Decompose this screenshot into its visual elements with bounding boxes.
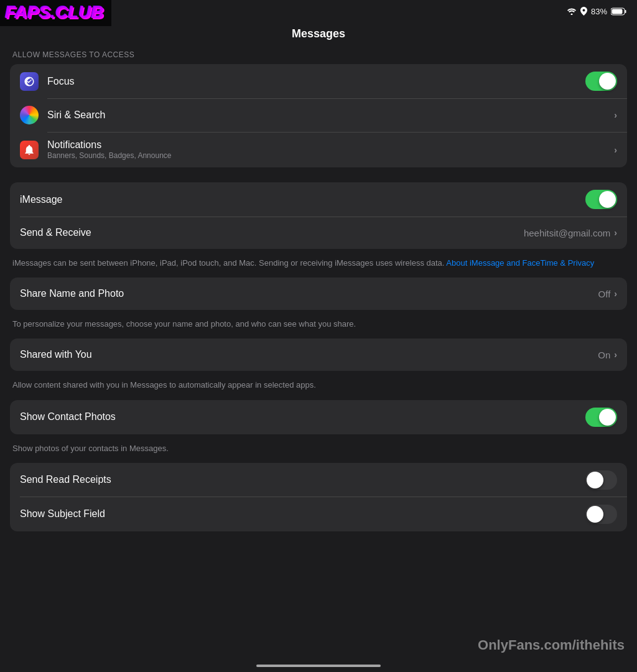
main-content: ALLOW MESSAGES TO ACCESS Focus [0, 50, 637, 531]
watermark-top: FAPS.CLUB [0, 0, 111, 26]
contact-photos-toggle[interactable] [585, 408, 617, 427]
contact-photos-title: Show Contact Photos [20, 411, 585, 422]
share-name-value: Off [598, 289, 611, 299]
shared-with-you-group: Shared with You On › [10, 338, 627, 371]
watermark-top-text: FAPS.CLUB [5, 2, 104, 22]
send-receive-right: heehitsit@gmail.com › [524, 228, 617, 238]
page-title: Messages [0, 22, 637, 50]
wifi-icon [567, 7, 577, 15]
siri-chevron: › [614, 110, 617, 120]
siri-title: Siri & Search [47, 110, 614, 121]
read-receipts-row[interactable]: Send Read Receipts [10, 463, 627, 497]
subject-field-toggle[interactable] [585, 505, 617, 524]
contact-photos-toggle-knob [599, 409, 616, 426]
status-icons: 83% [567, 7, 627, 16]
svg-rect-2 [612, 9, 623, 14]
share-name-chevron: › [614, 289, 617, 299]
notifications-right: › [614, 145, 617, 155]
read-receipts-toggle[interactable] [585, 470, 617, 490]
focus-toggle[interactable] [585, 72, 617, 91]
subject-field-text: Show Subject Field [20, 508, 585, 520]
shared-with-you-title: Shared with You [20, 349, 598, 360]
share-name-text: Share Name and Photo [20, 288, 598, 299]
bottom-group: Send Read Receipts Show Subject Field [10, 463, 627, 531]
imessage-description: iMessages can be sent between iPhone, iP… [10, 254, 627, 278]
contact-photos-description: Show photos of your contacts in Messages… [10, 439, 627, 463]
share-name-right: Off › [598, 289, 617, 299]
focus-icon [20, 72, 39, 91]
shared-with-you-row[interactable]: Shared with You On › [10, 338, 627, 371]
send-receive-text: Send & Receive [20, 227, 524, 238]
notifications-text: Notifications Banners, Sounds, Badges, A… [47, 139, 614, 160]
notifications-row[interactable]: Notifications Banners, Sounds, Badges, A… [10, 132, 627, 167]
watermark-bottom-text: OnlyFans.com/ithehits [478, 637, 625, 653]
subject-field-title: Show Subject Field [20, 508, 585, 520]
contact-photos-row[interactable]: Show Contact Photos [10, 400, 627, 434]
share-name-title: Share Name and Photo [20, 288, 598, 299]
contact-photos-group: Show Contact Photos [10, 400, 627, 434]
siri-icon [20, 106, 39, 124]
notifications-icon [20, 141, 39, 159]
battery-icon [611, 7, 627, 16]
send-receive-title: Send & Receive [20, 227, 524, 238]
focus-row[interactable]: Focus [10, 64, 627, 98]
read-receipts-toggle-knob [587, 472, 603, 488]
notifications-chevron: › [614, 145, 617, 155]
shared-with-you-value: On [598, 350, 610, 360]
imessage-privacy-link[interactable]: About iMessage and FaceTime & Privacy [446, 258, 594, 268]
svg-rect-1 [625, 10, 626, 13]
shared-with-you-description: Allow content shared with you in Message… [10, 376, 627, 399]
imessage-text: iMessage [20, 194, 585, 205]
siri-text: Siri & Search [47, 110, 614, 121]
focus-title: Focus [47, 76, 585, 87]
imessage-toggle[interactable] [585, 190, 617, 209]
read-receipts-title: Send Read Receipts [20, 474, 585, 485]
shared-with-you-right: On › [598, 350, 617, 360]
imessage-toggle-knob [599, 191, 616, 208]
watermark-bottom: OnlyFans.com/ithehits [478, 637, 625, 653]
imessage-group: iMessage Send & Receive heehitsit@gmail.… [10, 182, 627, 249]
send-receive-value: heehitsit@gmail.com [524, 228, 610, 238]
location-icon [580, 7, 587, 16]
battery-percentage: 83% [591, 7, 607, 16]
imessage-title: iMessage [20, 194, 585, 205]
share-name-description: To personalize your messages, choose you… [10, 315, 627, 338]
siri-row[interactable]: Siri & Search › [10, 98, 627, 132]
notifications-subtitle: Banners, Sounds, Badges, Announce [47, 151, 614, 160]
subject-field-toggle-knob [587, 506, 603, 523]
focus-toggle-knob [599, 73, 616, 90]
subject-field-row[interactable]: Show Subject Field [10, 497, 627, 531]
access-settings-group: Focus Siri & Search › [10, 64, 627, 167]
send-receive-row[interactable]: Send & Receive heehitsit@gmail.com › [10, 217, 627, 249]
section-label-access: ALLOW MESSAGES TO ACCESS [12, 50, 627, 59]
read-receipts-text: Send Read Receipts [20, 474, 585, 485]
share-name-row[interactable]: Share Name and Photo Off › [10, 278, 627, 310]
siri-right: › [614, 110, 617, 120]
imessage-row[interactable]: iMessage [10, 182, 627, 217]
send-receive-chevron: › [614, 228, 617, 238]
shared-with-you-text: Shared with You [20, 349, 598, 360]
shared-with-you-chevron: › [614, 350, 617, 360]
contact-photos-text: Show Contact Photos [20, 411, 585, 422]
notifications-title: Notifications [47, 139, 614, 151]
scroll-indicator [256, 665, 381, 667]
focus-text: Focus [47, 76, 585, 87]
share-name-group: Share Name and Photo Off › [10, 278, 627, 310]
